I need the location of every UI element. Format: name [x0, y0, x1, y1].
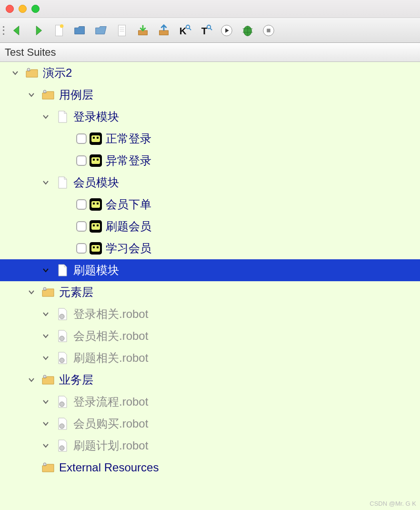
chevron-down-icon[interactable] [10, 67, 21, 79]
chevron-down-icon[interactable] [40, 352, 51, 364]
svg-line-13 [210, 28, 212, 30]
svg-point-28 [60, 402, 64, 407]
back-button[interactable] [7, 21, 28, 40]
chevron-down-icon[interactable] [40, 111, 51, 122]
resource-file-icon [55, 329, 70, 343]
tree-item-label: 登录模块 [73, 109, 119, 124]
tree-test-item[interactable]: 正常登录 [0, 128, 420, 150]
resource-file-icon [55, 439, 70, 453]
save-as-button[interactable] [153, 21, 174, 40]
chevron-down-icon[interactable] [26, 89, 37, 101]
resource-file-icon [55, 395, 70, 409]
svg-rect-7 [160, 31, 169, 35]
checkbox[interactable] [76, 155, 87, 166]
panel-title: Test Suites [0, 43, 420, 62]
keyword-search-button[interactable]: K [174, 21, 195, 40]
resource-file-icon [55, 417, 70, 431]
svg-point-31 [43, 463, 46, 466]
svg-point-12 [207, 25, 211, 29]
tree-resource-item[interactable]: 登录相关.robot [0, 303, 420, 325]
close-window-icon[interactable] [6, 5, 14, 13]
chevron-down-icon[interactable] [40, 396, 51, 408]
checkbox[interactable] [76, 199, 87, 210]
run-button[interactable] [216, 21, 237, 40]
robot-icon [90, 133, 102, 145]
checkbox[interactable] [76, 243, 87, 254]
svg-text:K: K [180, 25, 187, 36]
svg-point-24 [60, 314, 64, 319]
maximize-window-icon[interactable] [31, 5, 40, 13]
tree-resource-item[interactable]: 刷题相关.robot [0, 347, 420, 369]
chevron-down-icon[interactable] [40, 418, 51, 429]
tree-item-label: 异常登录 [106, 153, 151, 168]
chevron-down-icon[interactable] [40, 330, 51, 342]
svg-point-22 [43, 90, 46, 93]
tree-test-item[interactable]: 异常登录 [0, 150, 420, 172]
tree-item-label: 业务层 [59, 372, 93, 388]
tree-layer-item[interactable]: 元素层 [0, 281, 420, 303]
open-folder-button[interactable] [90, 21, 111, 40]
tree-test-item[interactable]: 学习会员 [0, 237, 420, 259]
svg-point-27 [43, 375, 46, 378]
tree-item-label: 刷题模块 [73, 263, 119, 278]
save-button[interactable] [132, 21, 153, 40]
svg-text:T: T [201, 25, 208, 36]
file-icon [55, 110, 70, 124]
watermark: CSDN @Mr. G K [370, 500, 416, 507]
text-search-button[interactable]: T [195, 21, 216, 40]
chevron-down-icon[interactable] [40, 308, 51, 320]
tree-resource-item[interactable]: 刷题计划.robot [0, 435, 420, 457]
paste-button[interactable] [111, 21, 132, 40]
file-icon [55, 263, 70, 277]
new-file-button[interactable] [49, 21, 70, 40]
svg-point-23 [43, 287, 46, 290]
tree-item-label: 会员下单 [106, 197, 151, 212]
tree-item-label: 学习会员 [106, 241, 151, 256]
window-titlebar [0, 0, 420, 18]
folder-icon [41, 88, 55, 102]
chevron-down-icon[interactable] [26, 286, 37, 298]
debug-button[interactable] [237, 21, 258, 40]
svg-line-10 [189, 28, 191, 30]
tree-resource-item[interactable]: 会员相关.robot [0, 325, 420, 347]
tree-item-label: 用例层 [59, 87, 93, 102]
test-suites-tree: 演示2 用例层 登录模块 正常登录 异常登录 会员模块 会员下单 刷题会员 [0, 62, 420, 510]
tree-suite-item[interactable]: 会员模块 [0, 172, 420, 194]
checkbox[interactable] [76, 221, 87, 232]
svg-point-9 [186, 25, 190, 29]
folder-icon [41, 373, 55, 387]
tree-item-label: 刷题计划.robot [73, 438, 148, 453]
tree-suite-item-selected[interactable]: 刷题模块 [0, 259, 420, 281]
chevron-down-icon[interactable] [40, 265, 51, 276]
resource-file-icon [55, 307, 70, 321]
tree-item-label: 会员模块 [73, 175, 119, 190]
robot-icon [90, 220, 102, 233]
chevron-down-icon[interactable] [26, 374, 37, 386]
svg-rect-2 [119, 25, 126, 36]
checkbox[interactable] [76, 133, 87, 144]
tree-layer-item[interactable]: 用例层 [0, 84, 420, 106]
toolbar: K T [0, 18, 420, 43]
tree-external-resources[interactable]: External Resources [0, 457, 420, 479]
tree-resource-item[interactable]: 登录流程.robot [0, 391, 420, 413]
tree-root-item[interactable]: 演示2 [0, 62, 420, 84]
tree-item-label: 刷题相关.robot [73, 350, 148, 366]
chevron-down-icon[interactable] [40, 440, 51, 451]
stop-button[interactable] [258, 21, 279, 40]
tree-layer-item[interactable]: 业务层 [0, 369, 420, 391]
forward-button[interactable] [28, 21, 49, 40]
tree-resource-item[interactable]: 会员购买.robot [0, 413, 420, 435]
svg-point-26 [60, 358, 64, 363]
folder-icon [41, 285, 55, 299]
tree-item-label: 登录相关.robot [73, 306, 148, 322]
open-button[interactable] [70, 21, 90, 40]
svg-point-30 [60, 446, 64, 450]
tree-item-label: 正常登录 [106, 131, 151, 146]
tree-test-item[interactable]: 刷题会员 [0, 215, 420, 237]
folder-icon [41, 460, 55, 475]
minimize-window-icon[interactable] [19, 5, 27, 13]
chevron-down-icon[interactable] [40, 177, 51, 188]
tree-suite-item[interactable]: 登录模块 [0, 106, 420, 128]
tree-test-item[interactable]: 会员下单 [0, 194, 420, 215]
file-icon [55, 175, 70, 190]
